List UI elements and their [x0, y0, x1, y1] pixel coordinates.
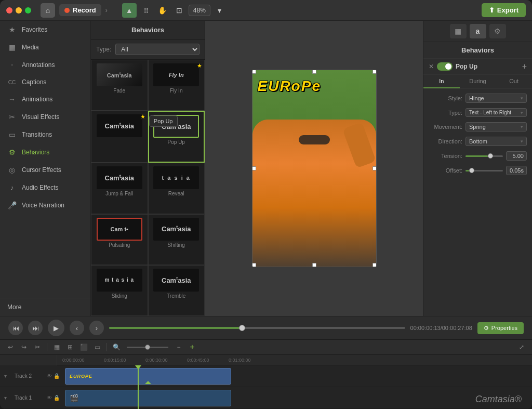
export-button[interactable]: ⬆ Export: [482, 3, 526, 17]
handle-bottom-right[interactable]: [373, 263, 377, 267]
zoom-display[interactable]: 48%: [189, 5, 210, 16]
select-tool[interactable]: ▲: [122, 3, 137, 18]
add-behavior-button[interactable]: +: [522, 62, 527, 71]
paste-button[interactable]: ⬛: [78, 342, 89, 352]
sidebar-item-annotations[interactable]: ⬝ Annotations: [0, 56, 90, 74]
cut-button[interactable]: ✂: [32, 342, 43, 352]
tension-label: Tension:: [429, 153, 462, 159]
offset-slider[interactable]: [466, 170, 503, 171]
sidebar-item-transitions[interactable]: ▭ Transitions: [0, 126, 90, 143]
behavior-jumpfall[interactable]: Camtasia Jump & Fall: [91, 163, 148, 214]
main-content: ★ Favorites ▦ Media ⬝ Annotations CC Cap…: [0, 21, 532, 316]
track-2-expand[interactable]: ▾: [0, 373, 10, 379]
behavior-camtasia1[interactable]: Camtasia ★ Pop Up: [91, 111, 148, 163]
sidebar-item-animations[interactable]: → Animations: [0, 90, 90, 108]
tab-out[interactable]: Out: [496, 75, 532, 88]
handle-top-middle[interactable]: [312, 70, 316, 74]
type-filter-row: Type: All: [91, 39, 205, 60]
type-select[interactable]: All: [115, 44, 200, 55]
next-frame-button[interactable]: ›: [89, 321, 104, 335]
type-prop-select[interactable]: Text - Left to Right ▾: [466, 108, 527, 117]
handle-top-right[interactable]: [373, 70, 377, 74]
behavior-reveal[interactable]: t a s i a Reveal: [148, 163, 205, 214]
undo-button[interactable]: ↩: [5, 342, 16, 352]
track-1-expand[interactable]: ▾: [0, 395, 10, 401]
star-icon: ★: [7, 25, 17, 34]
zoom-out-button[interactable]: −: [174, 342, 184, 352]
behavior-flyin[interactable]: Fly In ★ Fly In: [148, 60, 205, 111]
tension-value[interactable]: 5.00: [506, 151, 527, 161]
step-back-button[interactable]: ⏭: [28, 321, 43, 335]
crop-tool[interactable]: ⊡: [172, 3, 187, 18]
panel-tab-video-icon[interactable]: ▦: [450, 24, 467, 38]
direction-select[interactable]: Bottom ▾: [466, 137, 527, 146]
tension-slider[interactable]: [466, 155, 503, 157]
behavior-pulsating[interactable]: Cam t• Pulsating: [91, 214, 148, 265]
handle-top-left[interactable]: [252, 70, 256, 74]
sidebar-item-captions[interactable]: CC Captions: [0, 74, 90, 90]
multi-select-tool[interactable]: ⁞⁞: [139, 3, 153, 18]
zoom-in-button[interactable]: 🔍: [111, 342, 122, 352]
progress-knob[interactable]: [239, 325, 245, 331]
minimize-button[interactable]: [16, 7, 22, 14]
clip-button[interactable]: ▦: [51, 342, 62, 352]
handle-bottom-middle[interactable]: [312, 263, 316, 267]
track-1-lock-icon[interactable]: 🔒: [54, 395, 60, 401]
offset-value[interactable]: 0.05s: [506, 166, 527, 175]
sidebar-item-audio-effects[interactable]: ♪ Audio Effects: [0, 179, 90, 196]
sidebar-item-cursor-effects[interactable]: ◎ Cursor Effects: [0, 161, 90, 179]
close-behavior-button[interactable]: ✕: [429, 63, 434, 70]
track-2-clip[interactable]: EUROPE: [65, 368, 231, 385]
movement-select[interactable]: Spring ▾: [466, 122, 527, 131]
hand-tool[interactable]: ✋: [155, 3, 170, 18]
track-2-lock-icon[interactable]: 🔒: [54, 373, 60, 379]
track-2-eye-icon[interactable]: 👁: [47, 373, 52, 379]
record-button[interactable]: Record: [59, 4, 101, 16]
sidebar-item-media[interactable]: ▦ Media: [0, 38, 90, 56]
close-button[interactable]: [6, 7, 12, 14]
handle-bottom-left[interactable]: [252, 263, 256, 267]
sidebar-item-favorites[interactable]: ★ Favorites: [0, 21, 90, 38]
tab-in[interactable]: In: [423, 75, 460, 88]
panel-tab-behavior-icon[interactable]: ⚙: [489, 24, 506, 38]
behavior-sliding[interactable]: m t a s i a Sliding: [91, 265, 148, 316]
track-1-clip[interactable]: 🎬: [65, 390, 231, 406]
import-button[interactable]: ▭: [92, 342, 102, 352]
behavior-thumb-reveal: t a s i a: [153, 166, 199, 189]
tab-during[interactable]: During: [460, 75, 496, 88]
expand-timeline-button[interactable]: ⤢: [516, 342, 527, 352]
sidebar-item-behaviors[interactable]: ⚙ Behaviors: [0, 143, 90, 161]
skip-back-button[interactable]: ⏮: [8, 321, 23, 335]
behavior-fade[interactable]: Camtasia Fade: [91, 60, 148, 111]
home-button[interactable]: ⌂: [41, 3, 55, 18]
direction-label: Direction:: [429, 138, 462, 144]
more-button[interactable]: More: [0, 298, 90, 316]
style-select[interactable]: Hinge ▾: [466, 94, 527, 103]
copy-button[interactable]: ⊞: [65, 342, 75, 352]
sidebar-item-visual-effects[interactable]: ✂ Visual Effects: [0, 108, 90, 126]
zoom-dropdown-icon[interactable]: ▾: [212, 3, 227, 18]
behavior-shifting[interactable]: Camtasia Shifting: [148, 214, 205, 265]
properties-button[interactable]: ⚙ Properties: [477, 322, 524, 334]
maximize-button[interactable]: [25, 7, 31, 14]
track-1-eye-icon[interactable]: 👁: [47, 395, 52, 401]
tension-slider-knob[interactable]: [488, 153, 493, 159]
redo-button[interactable]: ↪: [19, 342, 29, 352]
add-track-button[interactable]: +: [187, 342, 197, 352]
play-button[interactable]: ▶: [48, 320, 64, 336]
panel-tab-text-icon[interactable]: a: [470, 24, 486, 38]
record-dot: [64, 8, 70, 13]
zoom-timeline-knob[interactable]: [145, 345, 150, 350]
behavior-toggle[interactable]: [437, 62, 453, 71]
behaviors-panel: Behaviors Type: All Camtasia Fade Fly In: [91, 21, 205, 316]
playhead[interactable]: [138, 365, 139, 409]
offset-slider-knob[interactable]: [469, 168, 474, 173]
zoom-timeline-slider[interactable]: [127, 347, 168, 348]
handle-left-middle[interactable]: [252, 166, 256, 170]
type-chevron-icon: ▾: [521, 110, 523, 115]
behavior-tremble[interactable]: Camtasia Tremble: [148, 265, 205, 316]
sidebar-item-voice-narration[interactable]: 🎤 Voice Narration: [0, 196, 90, 214]
prev-frame-button[interactable]: ‹: [70, 321, 84, 335]
progress-bar[interactable]: [109, 327, 405, 329]
handle-right-middle[interactable]: [373, 166, 377, 170]
